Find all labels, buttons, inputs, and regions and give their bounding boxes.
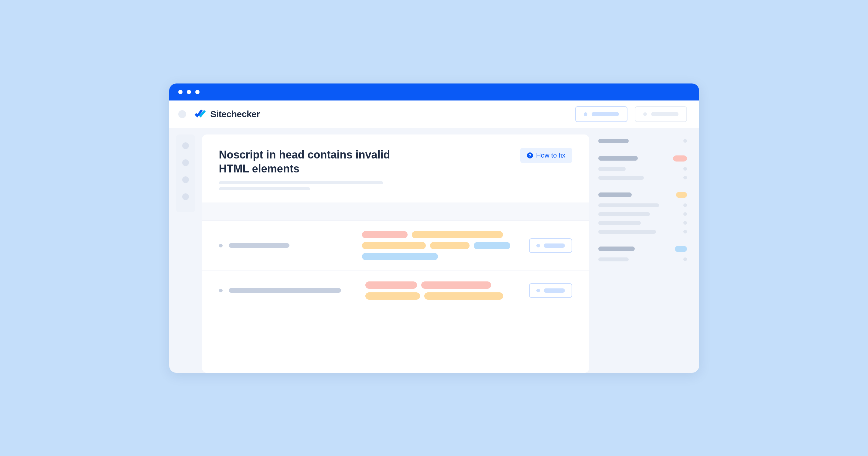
sidebar-item[interactable]	[598, 221, 687, 225]
row-url-placeholder	[229, 288, 341, 293]
window-control-maximize[interactable]	[195, 90, 199, 94]
tag-pill	[421, 282, 491, 289]
result-row[interactable]	[202, 220, 589, 270]
sidebar-item[interactable]	[598, 230, 687, 234]
placeholder-icon	[643, 112, 647, 116]
group-title-placeholder	[598, 247, 635, 251]
group-title-placeholder	[598, 139, 629, 143]
sidebar-group-warnings	[598, 192, 687, 234]
notice-badge	[675, 246, 687, 252]
check-logo-icon	[193, 108, 207, 120]
tag-pill	[424, 292, 503, 300]
issue-panel: Noscript in head contains invalid HTML e…	[202, 134, 589, 373]
row-action-button[interactable]	[529, 238, 572, 253]
group-count-placeholder	[683, 139, 687, 143]
window-titlebar	[169, 84, 699, 100]
issue-title: Noscript in head contains invalid HTML e…	[219, 148, 407, 176]
placeholder-text	[544, 288, 565, 293]
nav-item[interactable]	[182, 159, 189, 166]
tag-pill	[362, 242, 426, 249]
row-bullet	[219, 244, 223, 248]
sidebar-item[interactable]	[598, 257, 687, 261]
row-bullet	[219, 289, 223, 292]
tag-pill	[362, 253, 438, 260]
app-logo[interactable]: Sitechecker	[193, 108, 260, 120]
tag-pill	[365, 292, 420, 300]
group-title-placeholder	[598, 156, 638, 161]
sidebar-group-errors	[598, 156, 687, 180]
row-action-button[interactable]	[529, 283, 572, 298]
app-name: Sitechecker	[211, 109, 260, 119]
row-url-placeholder	[229, 243, 289, 248]
sidebar-group-notices	[598, 246, 687, 261]
window-control-minimize[interactable]	[187, 90, 191, 94]
issue-sidebar	[598, 134, 692, 373]
app-window: Sitechecker Noscript in head contains in…	[169, 84, 699, 373]
sidebar-item[interactable]	[598, 167, 687, 171]
tag-pill	[365, 282, 417, 289]
placeholder-text	[592, 112, 619, 116]
placeholder-icon	[536, 244, 540, 248]
sidebar-group	[598, 139, 687, 143]
group-title-placeholder	[598, 193, 632, 197]
main-content: Noscript in head contains invalid HTML e…	[202, 134, 692, 373]
placeholder-icon	[584, 112, 587, 116]
tag-pill	[362, 231, 408, 238]
filters-bar	[202, 202, 589, 220]
nav-item[interactable]	[182, 142, 189, 149]
issue-description-placeholder	[219, 181, 407, 190]
sidebar-item[interactable]	[598, 203, 687, 207]
tag-pill	[430, 242, 469, 249]
placeholder-icon	[536, 289, 540, 292]
tag-pill	[474, 242, 510, 249]
side-navigation	[176, 134, 195, 212]
error-badge	[673, 156, 687, 162]
row-tags	[365, 282, 517, 300]
how-to-fix-label: How to fix	[536, 152, 565, 159]
nav-item[interactable]	[182, 193, 189, 200]
issue-header: Noscript in head contains invalid HTML e…	[202, 134, 589, 202]
window-control-close[interactable]	[178, 90, 183, 94]
toolbar-secondary-button[interactable]	[635, 106, 687, 122]
sidebar-item[interactable]	[598, 176, 687, 180]
tag-pill	[412, 231, 503, 238]
row-tags	[362, 231, 517, 260]
sidebar-item[interactable]	[598, 212, 687, 216]
help-icon: ?	[527, 153, 533, 159]
how-to-fix-button[interactable]: ? How to fix	[520, 148, 572, 163]
placeholder-text	[544, 243, 565, 248]
warning-badge	[676, 192, 687, 198]
app-toolbar: Sitechecker	[169, 100, 699, 128]
result-row[interactable]	[202, 270, 589, 310]
toolbar-primary-button[interactable]	[575, 106, 627, 122]
app-body: Noscript in head contains invalid HTML e…	[169, 128, 699, 373]
menu-icon[interactable]	[178, 110, 186, 118]
placeholder-text	[651, 112, 679, 116]
nav-item[interactable]	[182, 176, 189, 183]
